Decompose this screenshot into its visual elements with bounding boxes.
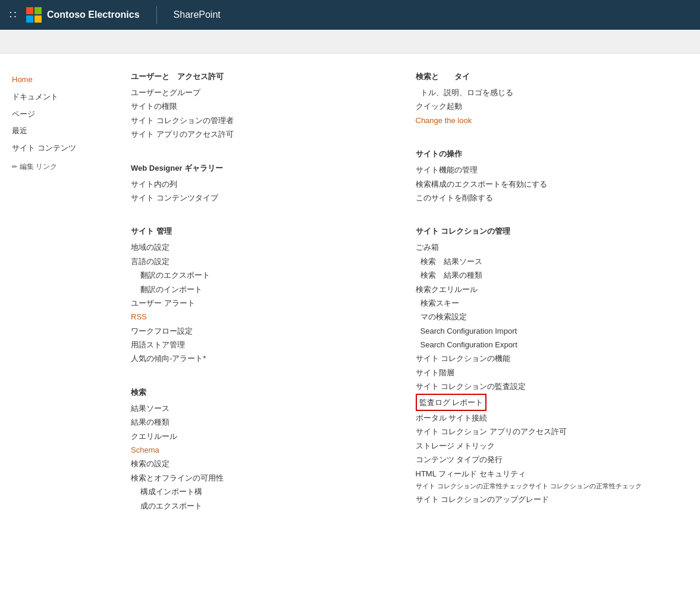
- company-logo-area: Contoso Electronics: [26, 7, 140, 23]
- sidebar-item-site-contents[interactable]: サイト コンテンツ: [12, 140, 95, 157]
- sub-header: [0, 30, 700, 54]
- svg-rect-1: [34, 7, 42, 14]
- link-change-look[interactable]: Change the look: [416, 114, 677, 127]
- link-site-collection-audit[interactable]: サイト コレクションの監査設定: [416, 379, 677, 393]
- section-site-actions-title: サイトの操作: [416, 149, 677, 159]
- link-html-field-security[interactable]: HTML フィールド セキュリティ: [416, 467, 677, 481]
- link-search-result-types[interactable]: 検索 結果の種類: [416, 268, 677, 282]
- sep1: [131, 142, 392, 151]
- section-users-title: ユーザーと アクセス許可: [131, 71, 392, 82]
- edit-links-button[interactable]: ✏ 編集 リンク: [12, 162, 95, 172]
- company-logo-icon: [26, 7, 42, 23]
- link-config-import[interactable]: 構成インポート構: [131, 485, 392, 498]
- section-look-title: 検索と タイ: [416, 71, 677, 82]
- main-content: ユーザーと アクセス許可 ユーザーとグループ サイトの権限 サイト コレクション…: [107, 65, 700, 519]
- svg-rect-3: [34, 15, 42, 23]
- section-site-collection-admin-title: サイト コレクションの管理: [416, 226, 677, 237]
- sidebar-item-recent[interactable]: 最近: [12, 123, 95, 140]
- sep5: [416, 205, 677, 214]
- link-schema[interactable]: Schema: [131, 443, 392, 457]
- link-users-groups[interactable]: ユーザーとグループ: [131, 86, 392, 99]
- sidebar-item-pages[interactable]: ページ: [12, 106, 95, 123]
- link-term-store[interactable]: 用語ストア管理: [131, 338, 392, 352]
- header-divider: [156, 6, 157, 24]
- link-result-sources[interactable]: 結果ソース: [131, 401, 392, 415]
- sidebar-item-home[interactable]: Home: [12, 71, 95, 89]
- company-name: Contoso Electronics: [47, 10, 140, 20]
- link-enable-search-config-export[interactable]: 検索構成のエクスポートを有効にする: [416, 177, 677, 191]
- section-webdesigner-title: Web Designer ギャラリー: [131, 163, 392, 174]
- link-workflow-settings[interactable]: ワークフロー設定: [131, 324, 392, 338]
- edit-links-label: 編集 リンク: [20, 162, 57, 172]
- link-search-config-import[interactable]: Search Configuration Import: [416, 324, 677, 338]
- link-popularity-trends[interactable]: 人気の傾向-アラート*: [131, 352, 392, 365]
- link-translation-export[interactable]: 翻訳のエクスポート: [131, 268, 392, 282]
- app-name: SharePoint: [174, 10, 221, 20]
- link-site-app-access[interactable]: サイト アプリのアクセス許可: [131, 127, 392, 141]
- link-manage-site-features[interactable]: サイト機能の管理: [416, 163, 677, 177]
- link-site-content-types[interactable]: サイト コンテンツタイプ: [131, 191, 392, 205]
- sep4: [416, 127, 677, 137]
- column-2: 検索と タイ トル、説明、ロゴを感じる クイック起動 Change the lo…: [404, 71, 689, 513]
- link-language-settings[interactable]: 言語の設定: [131, 255, 392, 268]
- svg-rect-0: [26, 7, 33, 14]
- link-site-collection-health[interactable]: サイト コレクションの正常性チェックサイト コレクションの正常性チェック: [416, 481, 677, 492]
- link-search-config-export[interactable]: Search Configuration Export: [416, 338, 677, 352]
- link-site-hierarchy[interactable]: サイト階層: [416, 366, 677, 379]
- sep2: [131, 205, 392, 214]
- link-site-collection-admin[interactable]: サイト コレクションの管理者: [131, 114, 392, 127]
- link-search-query-rules[interactable]: 検索クエリルール: [416, 283, 677, 296]
- link-search-result-sources[interactable]: 検索 結果ソース: [416, 255, 677, 268]
- grid-icon[interactable]: ∷: [10, 8, 16, 21]
- link-search-settings-col[interactable]: マの検索設定: [416, 310, 677, 324]
- column-1: ユーザーと アクセス許可 ユーザーとグループ サイトの権限 サイト コレクション…: [119, 71, 404, 513]
- link-site-collection-app-access[interactable]: サイト コレクション アプリのアクセス許可: [416, 425, 677, 438]
- link-search-schema[interactable]: 検索スキー: [416, 296, 677, 310]
- link-regional-settings[interactable]: 地域の設定: [131, 240, 392, 254]
- link-search-settings[interactable]: 検索の設定: [131, 457, 392, 470]
- link-site-collection-upgrade[interactable]: サイト コレクションのアップグレード: [416, 492, 677, 506]
- pencil-icon: ✏: [12, 163, 17, 171]
- link-user-alerts[interactable]: ユーザー アラート: [131, 296, 392, 310]
- link-result-types[interactable]: 結果の種類: [131, 415, 392, 429]
- link-recycle-bin[interactable]: ごみ箱: [416, 240, 677, 254]
- section-site-admin-title: サイト 管理: [131, 226, 392, 237]
- link-search-offline[interactable]: 検索とオフラインの可用性: [131, 471, 392, 485]
- sep3: [131, 366, 392, 375]
- link-site-permissions[interactable]: サイトの権限: [131, 99, 392, 113]
- link-query-rules[interactable]: クエリルール: [131, 429, 392, 443]
- sidebar-item-documents[interactable]: ドキュメント: [12, 89, 95, 106]
- link-content-type-publishing[interactable]: コンテンツ タイプの発行: [416, 453, 677, 466]
- content-area: Home ドキュメント ページ 最近 サイト コンテンツ ✏ 編集 リンク ユー…: [0, 54, 700, 531]
- app-header: ∷ Contoso Electronics SharePoint: [0, 0, 700, 30]
- link-audit-log-report[interactable]: 監査ログ レポート: [416, 394, 677, 411]
- link-portal-site-connection[interactable]: ポータル サイト接続: [416, 411, 677, 425]
- link-site-columns[interactable]: サイト内の列: [131, 177, 392, 191]
- audit-log-report-label: 監査ログ レポート: [416, 394, 487, 411]
- link-quick-launch[interactable]: クイック起動: [416, 99, 677, 113]
- link-delete-site[interactable]: このサイトを削除する: [416, 191, 677, 205]
- link-config-export[interactable]: 成のエクスポート: [131, 499, 392, 513]
- link-storage-metrics[interactable]: ストレージ メトリック: [416, 439, 677, 453]
- link-title-desc-logo[interactable]: トル、説明、ロゴを感じる: [416, 86, 677, 99]
- sidebar: Home ドキュメント ページ 最近 サイト コンテンツ ✏ 編集 リンク: [0, 65, 107, 519]
- section-search-title: 検索: [131, 387, 392, 398]
- svg-rect-2: [26, 15, 33, 23]
- link-translation-import[interactable]: 翻訳のインポート: [131, 283, 392, 296]
- link-rss[interactable]: RSS: [131, 310, 392, 324]
- link-site-collection-features[interactable]: サイト コレクションの機能: [416, 352, 677, 365]
